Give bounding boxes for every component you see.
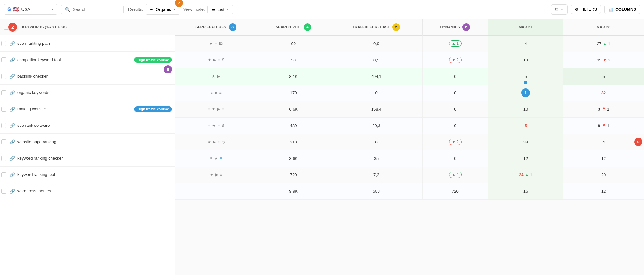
table-row: ★ ▶ ≡ 720 7,2 ▲ 4 24 ▲ 1 20 [175,167,644,183]
mar27-cell: 16 [488,183,563,199]
search-vol-cell: 90 [257,35,330,52]
link-icon: 🔗 [9,189,15,194]
list-item: 🔗 ranking website High traffic volume [0,101,175,117]
star-icon: ★ [207,140,211,144]
dollar-icon: $ [222,123,224,128]
bubble-2: 2 [8,23,17,32]
serp-cell: ★ ≡ 🖼 [175,35,257,52]
row-checkbox[interactable] [1,57,6,62]
row-checkbox[interactable] [1,123,6,128]
mar28-cell: 20 [564,167,644,183]
list-icon: ≡ [220,173,222,177]
row-checkbox[interactable] [1,41,6,46]
rank-value: 5 [524,123,527,128]
chevron-down-icon: ▼ [226,8,229,11]
search-box: 🔍 [61,5,124,14]
copy-icon: ⧉ [555,7,558,12]
row-checkbox[interactable] [1,156,6,161]
organic-icon: ✒ [150,6,154,12]
row-checkbox[interactable] [1,139,6,144]
columns-button[interactable]: 📊 COLUMNS [604,5,640,14]
list-icon: ≡ [218,58,220,62]
mar28-cell: 3 📍 1 [564,101,644,117]
col-header-mar28: MAR 28 [564,19,644,35]
dynamics-cell: ▲ 4 [422,167,488,183]
rank-value: 24 [519,173,523,177]
link-icon: 🔗 [9,57,15,62]
search-vol-cell: 50 [257,52,330,68]
keywords-panel: 2 KEYWORDS (1-28 OF 28) 🔗 seo markting p… [0,19,175,275]
list-item: 🔗 keyword ranking tool [0,167,175,183]
mar27-cell: 38 [488,134,563,150]
search-vol-label: SEARCH VOL. [276,25,301,29]
traffic-cell: 29,3 [330,117,423,134]
high-traffic-badge: High traffic volume [134,57,172,63]
table-row: ≡ ▶ ≡ 170 0 0 1 32 [175,85,644,101]
list-item: 🔗 keyword ranking checker [0,150,175,167]
star-icon: ★ [214,156,218,161]
list-icon: ≡ [218,123,220,128]
traffic-label: TRAFFIC FORECAST [353,25,390,29]
link-icon: 🔗 [9,172,15,177]
col-header-traffic: TRAFFIC FORECAST 5 [330,19,423,35]
traffic-cell: 583 [330,183,423,199]
video-icon: ▶ [215,91,218,95]
serp-icons: ★ ▶ ≡ ◎ [180,140,252,144]
dynamics-cell: 0 [422,150,488,167]
keyword-name: seo markting plan [17,41,172,46]
row-checkbox[interactable] [1,172,6,177]
row-checkbox[interactable] [1,74,6,79]
serp-cell: ≡ ★ ≡ [175,150,257,167]
link-icon: 🔗 [9,156,15,161]
row-checkbox[interactable] [1,189,6,194]
filters-button[interactable]: ⚙ FILTERS [571,5,601,14]
search-input[interactable] [73,7,117,12]
serp-icons: ★ ≡ 🖼 [180,41,252,46]
mar27-cell: 5 [488,117,563,134]
video-icon: ▶ [217,74,220,79]
dynamics-cell: ▼ 2 [422,52,488,68]
serp-icons: ≡ ★ ≡ [180,156,252,161]
col-header-mar27: MAR 27 [488,19,563,35]
mar27-cell: 12 [488,150,563,167]
mar27-cell: 5 [488,68,563,85]
chevron-down-icon: ▼ [51,8,54,11]
serp-icons: ★ ▶ [180,74,252,79]
flag-icon: 🇺🇸 [13,6,19,12]
row-checkbox[interactable] [1,107,6,112]
country-name: USA [21,7,49,12]
list-icon: ≡ [210,156,212,161]
change-indicator: ▼ 2 [603,58,610,62]
rank-value: 32 [601,91,606,95]
star-icon: ★ [212,74,215,79]
bubble-3: 3 [229,23,236,31]
table-row: ★ ≡ 🖼 90 0,9 ▲ 1 4 27 ▲ 1 [175,35,644,52]
mar27-cell: 10 [488,101,563,117]
mar27-label: MAR 27 [519,25,532,29]
chevron-down-icon: ▼ [560,8,564,11]
keyword-name: website page ranking [17,139,172,144]
search-vol-cell: 8,1K [257,68,330,85]
search-vol-cell: 170 [257,85,330,101]
col-header-serp: SERP FEATURES 3 [175,19,257,35]
organic-button[interactable]: ✒ Organic ▼ 7 [146,4,180,15]
list-icon: ≡ [218,140,220,144]
serp-cell: ★ ▶ ≡ ◎ [175,134,257,150]
copy-button[interactable]: ⧉ ▼ [551,4,568,15]
viewmode-button[interactable]: ☰ List ▼ [207,5,234,14]
list-icon: ≡ [208,123,210,128]
list-item: 🔗 seo rank software [0,117,175,134]
filters-label: FILTERS [581,7,597,12]
bubble-7: 7 [175,0,183,7]
table-row: ★ ▶ ≡ ◎ 210 0 ▼ 2 38 4 8 [175,134,644,150]
serp-cell: ≡ ★ ≡ $ [175,117,257,134]
row-checkbox[interactable] [1,90,6,95]
star-icon: ★ [208,58,211,62]
high-traffic-badge: High traffic volume [134,106,172,112]
table-row: ★ ▶ ≡ $ 50 0,5 ▼ 2 13 15 ▼ 2 [175,52,644,68]
star-icon: ★ [212,123,216,128]
link-icon: 🔗 [9,90,15,95]
bubble-8: 8 [634,138,642,146]
serp-cell: ≡ ★ ▶ ≡ [175,101,257,117]
country-selector[interactable]: G 🇺🇸 USA ▼ [4,4,57,15]
